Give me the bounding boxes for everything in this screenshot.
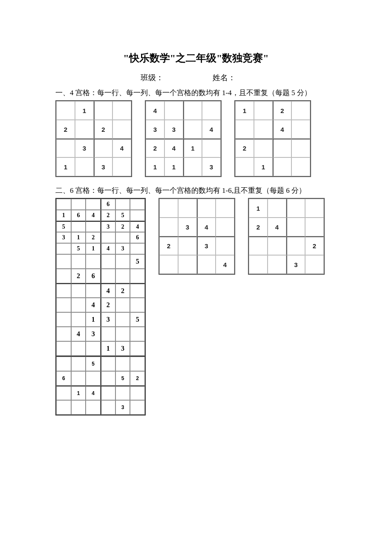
sudoku-cell: 2 [146, 139, 164, 157]
sudoku-cell: 2 [115, 283, 130, 298]
sudoku-cell [183, 120, 202, 139]
sudoku-cell [101, 254, 115, 269]
sudoku-cell: 4 [101, 283, 115, 298]
sudoku-cell [216, 218, 234, 236]
sudoku-cell: 1 [235, 101, 254, 120]
sudoku-cell [286, 199, 305, 218]
sudoku-cell [115, 269, 130, 283]
sudoku-cell [305, 199, 324, 218]
sudoku-cell [56, 199, 71, 210]
sudoku-cell [268, 199, 286, 218]
sudoku-cell: 3 [286, 255, 305, 274]
sudoku-cell [235, 120, 254, 139]
sudoku-cell [216, 199, 234, 218]
sudoku-cell [71, 312, 86, 327]
sudoku6-grid-1-mid: 52642421354313 [56, 254, 145, 356]
sudoku-cell [101, 232, 115, 243]
sudoku-cell [56, 298, 71, 312]
sudoku-cell [183, 157, 202, 176]
sudoku-cell [159, 199, 178, 218]
sudoku-cell [101, 269, 115, 283]
sudoku-cell [71, 199, 86, 210]
sudoku-cell [101, 371, 115, 386]
sudoku-cell: 3 [178, 218, 197, 236]
sudoku-cell [130, 386, 145, 400]
sudoku-cell [183, 101, 202, 120]
sudoku-cell: 2 [249, 218, 268, 236]
sudoku-cell: 2 [273, 101, 291, 120]
sudoku-cell: 3 [86, 327, 101, 341]
sudoku-cell [216, 236, 234, 255]
sudoku-cell [112, 101, 131, 120]
sudoku-cell [86, 221, 101, 232]
sudoku-cell [101, 327, 115, 341]
sudoku-cell [130, 210, 145, 221]
sudoku-cell [305, 218, 324, 236]
sudoku-cell [178, 255, 197, 274]
sudoku-cell: 4 [130, 221, 145, 232]
sudoku-cell [115, 298, 130, 312]
sudoku-cell: 4 [71, 327, 86, 341]
sudoku-cell: 3 [197, 236, 216, 255]
sudoku-cell [86, 254, 101, 269]
sudoku-cell: 2 [305, 236, 324, 255]
sudoku-cell: 1 [254, 157, 273, 176]
sudoku-cell: 4 [86, 210, 101, 221]
sudoku-cell: 1 [183, 139, 202, 157]
sudoku-cell [71, 371, 86, 386]
sudoku-cell [291, 157, 310, 176]
sudoku-cell [291, 101, 310, 120]
sudoku-cell [178, 236, 197, 255]
sudoku-cell [254, 120, 273, 139]
sudoku-cell [75, 120, 94, 139]
sudoku-cell [130, 357, 145, 371]
sudoku-cell: 3 [75, 139, 94, 157]
sudoku-cell [130, 243, 145, 254]
sudoku-cell: 3 [56, 232, 71, 243]
sudoku-cell: 1 [101, 341, 115, 356]
sudoku-cell [56, 101, 75, 120]
sudoku-cell [101, 357, 115, 371]
page-title: "快乐数学"之二年级"数独竞赛" [55, 51, 337, 65]
sudoku-cell: 4 [273, 120, 291, 139]
sudoku-cell [56, 283, 71, 298]
sudoku-cell [101, 400, 115, 415]
sudoku-cell: 6 [56, 371, 71, 386]
sudoku-cell: 1 [249, 199, 268, 218]
sudoku-cell [291, 120, 310, 139]
sudoku-cell: 3 [164, 120, 183, 139]
class-label: 班级： [141, 73, 164, 82]
sudoku-cell: 2 [56, 120, 75, 139]
sudoku-cell: 5 [56, 221, 71, 232]
sudoku-cell: 5 [115, 210, 130, 221]
sudoku-cell [115, 199, 130, 210]
sudoku-cell [71, 341, 86, 356]
sudoku-cell: 4 [86, 298, 101, 312]
sudoku-cell [159, 255, 178, 274]
sudoku-cell [56, 243, 71, 254]
sudoku-cell [254, 101, 273, 120]
sudoku-cell: 4 [146, 101, 164, 120]
sudoku-cell [56, 327, 71, 341]
sudoku-cell [268, 255, 286, 274]
sudoku-cell [254, 139, 273, 157]
sudoku-cell [94, 139, 112, 157]
sudoku-cell [115, 312, 130, 327]
sudoku-cell [71, 298, 86, 312]
sudoku4-grid-3: 12421 [234, 100, 311, 177]
sudoku-cell [291, 139, 310, 157]
sudoku-cell [249, 236, 268, 255]
sudoku-cell: 4 [164, 139, 183, 157]
section1-grids: 1223413 4334241113 12421 [55, 100, 337, 177]
sudoku6-grid-1-bot: 5652143 [56, 356, 145, 415]
sudoku-cell: 4 [86, 386, 101, 400]
sudoku-cell: 4 [101, 243, 115, 254]
sudoku6-grid-3: 12423 [248, 198, 325, 275]
sudoku-cell [115, 327, 130, 341]
sudoku-cell: 1 [71, 232, 86, 243]
sudoku-cell: 6 [101, 199, 115, 210]
name-label: 姓名： [213, 73, 236, 82]
sudoku-cell [115, 254, 130, 269]
sudoku-cell: 5 [71, 243, 86, 254]
sudoku-cell: 3 [101, 221, 115, 232]
